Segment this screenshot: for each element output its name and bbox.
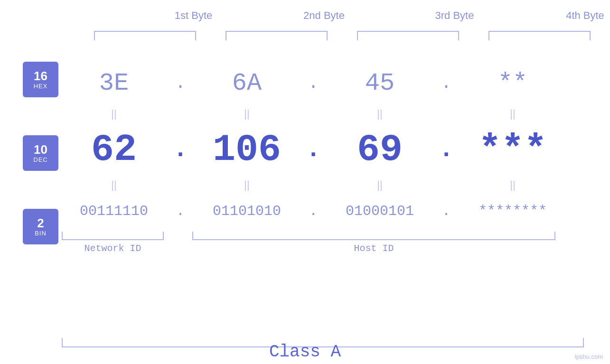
top-brackets — [94, 31, 591, 40]
sep-dec-2: . — [299, 136, 328, 164]
sep-hex-1: . — [166, 74, 195, 93]
bin-row: 00111110 . 01101010 . 01000101 . *******… — [62, 195, 584, 228]
hex-badge: 16 HEX — [23, 62, 58, 97]
dec-b3: 69 — [328, 128, 432, 171]
sep-bin-3: . — [432, 203, 460, 219]
main-container: 1st Byte 2nd Byte 3rd Byte 4th Byte 16 H… — [0, 0, 610, 364]
hex-row: 3E . 6A . 45 . ** — [62, 62, 584, 104]
bin-b1: 00111110 — [62, 203, 166, 219]
watermark: ipshu.com — [575, 353, 603, 360]
network-id-label: Network ID — [84, 243, 141, 254]
bottom-brackets-area: Network ID Host ID — [62, 232, 593, 254]
eq2-b2: || — [195, 179, 299, 191]
eq2-b1: || — [62, 179, 166, 191]
bin-b4: ******** — [460, 203, 565, 219]
sep-bin-1: . — [166, 203, 195, 219]
class-label: Class A — [0, 342, 610, 362]
dec-row: 62 . 106 . 69 . *** — [62, 123, 584, 176]
equals-row-2: || || || || — [62, 176, 584, 195]
eq2-b3: || — [328, 179, 432, 191]
bracket-bottom-host — [192, 232, 555, 240]
dec-badge: 10 DEC — [23, 135, 58, 171]
header-col4: 4th Byte — [526, 9, 610, 22]
network-id-section: Network ID — [62, 232, 164, 254]
header-col2: 2nd Byte — [265, 9, 384, 22]
dec-b4: *** — [460, 128, 565, 171]
sep-hex-2: . — [299, 74, 328, 93]
bracket-top-2 — [225, 31, 328, 40]
hex-b1: 3E — [62, 69, 166, 97]
eq1-b1: || — [62, 108, 166, 120]
dec-badge-label: DEC — [33, 156, 47, 163]
hex-b3: 45 — [328, 69, 432, 97]
bin-b2: 01101010 — [195, 203, 299, 219]
sep-hex-3: . — [432, 74, 460, 93]
rows-container: 3E . 6A . 45 . ** || || — [62, 47, 593, 254]
sep-dec-3: . — [432, 136, 460, 164]
hex-badge-label: HEX — [34, 83, 48, 90]
bracket-top-3 — [357, 31, 459, 40]
hex-b4: ** — [460, 69, 565, 97]
sep-dec-1: . — [166, 136, 195, 164]
equals-row-1: || || || || — [62, 104, 584, 123]
dec-badge-num: 10 — [34, 143, 47, 157]
column-headers: 1st Byte 2nd Byte 3rd Byte 4th Byte — [128, 9, 610, 22]
hex-b2: 6A — [195, 69, 299, 97]
eq1-b2: || — [195, 108, 299, 120]
sep-bin-2: . — [299, 203, 328, 219]
badge-column: 16 HEX 10 DEC 2 BIN — [23, 62, 58, 282]
bin-badge-label: BIN — [35, 230, 47, 237]
bin-badge: 2 BIN — [23, 209, 58, 244]
bin-b3: 01000101 — [328, 203, 432, 219]
bracket-top-4 — [488, 31, 591, 40]
header-col3: 3rd Byte — [395, 9, 514, 22]
header-col1: 1st Byte — [134, 9, 253, 22]
bracket-top-1 — [94, 31, 196, 40]
bracket-bottom-network — [62, 232, 164, 240]
eq1-b4: || — [460, 108, 565, 120]
eq2-b4: || — [460, 179, 565, 191]
eq1-b3: || — [328, 108, 432, 120]
dec-b1: 62 — [62, 128, 166, 171]
dec-b2: 106 — [195, 128, 299, 171]
bin-badge-num: 2 — [37, 216, 44, 230]
host-id-label: Host ID — [354, 243, 394, 254]
host-id-section: Host ID — [192, 232, 555, 254]
hex-badge-num: 16 — [34, 69, 47, 83]
